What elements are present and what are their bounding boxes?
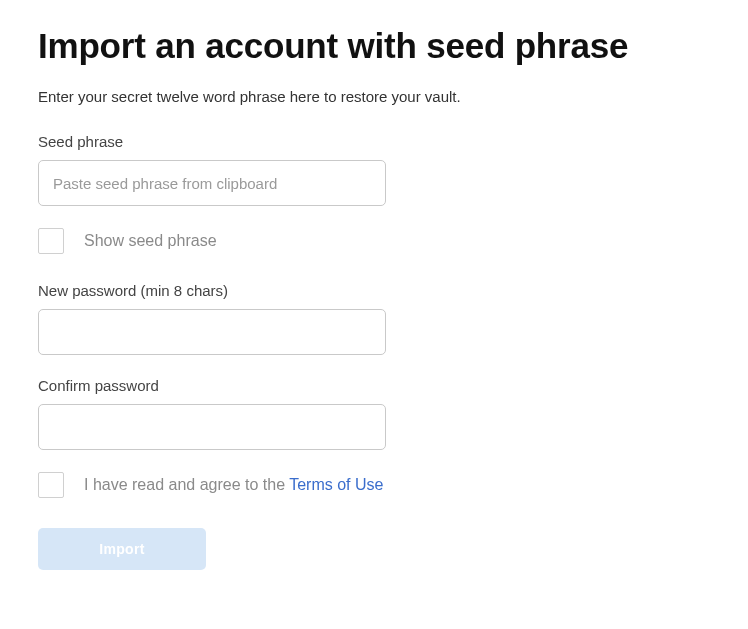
- new-password-input[interactable]: [38, 309, 386, 355]
- show-seed-label: Show seed phrase: [84, 232, 217, 250]
- confirm-password-label: Confirm password: [38, 377, 710, 394]
- import-button[interactable]: Import: [38, 528, 206, 570]
- new-password-label: New password (min 8 chars): [38, 282, 710, 299]
- seed-phrase-label: Seed phrase: [38, 133, 710, 150]
- show-seed-row: Show seed phrase: [38, 228, 710, 254]
- new-password-group: New password (min 8 chars): [38, 282, 710, 355]
- seed-phrase-group: Seed phrase: [38, 133, 710, 206]
- seed-phrase-input[interactable]: [38, 160, 386, 206]
- confirm-password-group: Confirm password: [38, 377, 710, 450]
- page-subtitle: Enter your secret twelve word phrase her…: [38, 88, 710, 105]
- page-title: Import an account with seed phrase: [38, 26, 710, 66]
- terms-label: I have read and agree to the Terms of Us…: [84, 476, 383, 494]
- terms-checkbox[interactable]: [38, 472, 64, 498]
- terms-row: I have read and agree to the Terms of Us…: [38, 472, 710, 498]
- show-seed-checkbox[interactable]: [38, 228, 64, 254]
- terms-prefix: I have read and agree to the: [84, 476, 289, 493]
- terms-of-use-link[interactable]: Terms of Use: [289, 476, 383, 493]
- confirm-password-input[interactable]: [38, 404, 386, 450]
